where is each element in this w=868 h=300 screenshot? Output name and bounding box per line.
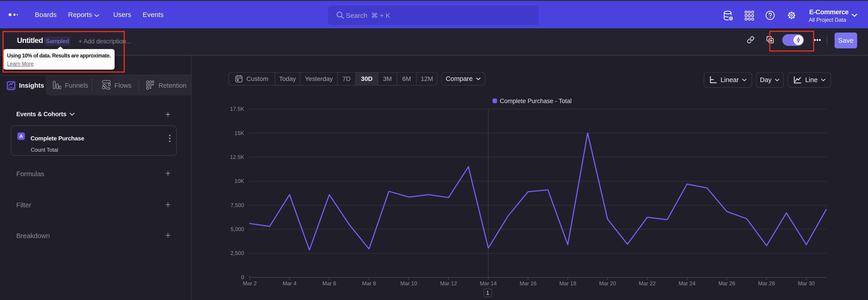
svg-text:Mar 22: Mar 22 [639,280,656,287]
svg-text:1: 1 [486,290,489,296]
svg-text:Mar 28: Mar 28 [758,280,775,287]
svg-text:Mar 24: Mar 24 [679,280,695,287]
svg-text:15K: 15K [235,130,244,136]
svg-text:0: 0 [241,274,244,280]
svg-text:Mar 10: Mar 10 [400,280,417,287]
svg-text:Mar 30: Mar 30 [798,280,815,287]
svg-text:Mar 18: Mar 18 [559,280,577,287]
svg-text:Mar 26: Mar 26 [718,280,735,287]
svg-text:Mar 12: Mar 12 [440,280,457,287]
svg-text:Mar 2: Mar 2 [243,280,256,287]
svg-text:5,000: 5,000 [230,226,244,232]
svg-text:Mar 8: Mar 8 [362,280,376,287]
svg-text:Mar 6: Mar 6 [322,280,336,287]
svg-text:12.5K: 12.5K [230,154,244,160]
svg-text:Mar 14: Mar 14 [480,280,497,287]
svg-text:7,500: 7,500 [230,202,244,208]
svg-text:10K: 10K [235,178,244,184]
svg-text:Complete Purchase - Total: Complete Purchase - Total [500,98,572,104]
svg-text:Mar 4: Mar 4 [283,280,296,287]
svg-text:17.5K: 17.5K [230,106,244,112]
svg-text:Mar 16: Mar 16 [520,280,537,287]
svg-text:Mar 20: Mar 20 [599,280,616,287]
svg-text:2,500: 2,500 [230,250,244,256]
